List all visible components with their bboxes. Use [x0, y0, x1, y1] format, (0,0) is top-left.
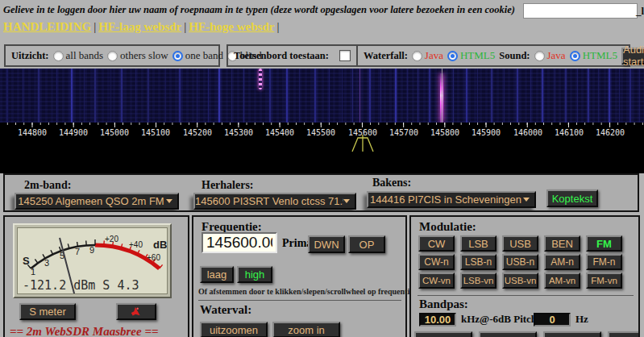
radio-all-bands[interactable]: all bands	[53, 49, 104, 62]
radio-icon-selected[interactable]	[570, 51, 580, 61]
bandpass-width-input[interactable]	[419, 313, 456, 327]
frequency-tick-label: 145800	[427, 128, 463, 137]
radio-icon[interactable]	[107, 51, 118, 61]
radio-icon[interactable]	[534, 51, 545, 61]
frequency-tick-label: 145400	[262, 128, 297, 137]
high-button[interactable]: high	[237, 266, 272, 283]
radio-sound-html5[interactable]: HTML5	[570, 49, 617, 62]
chevron-down-icon	[166, 199, 172, 203]
mode-ben-button[interactable]: BEN	[544, 235, 580, 252]
mode-usb-button[interactable]: USB	[502, 235, 538, 252]
radio-icon-selected[interactable]	[447, 51, 458, 61]
waterfall-streak	[504, 69, 505, 123]
divider	[418, 295, 634, 296]
mode-fm-vn-button[interactable]: FM-vn	[586, 273, 622, 289]
cutoff-button-2[interactable]	[479, 331, 537, 337]
radio-icon[interactable]	[412, 51, 422, 61]
waterfall-streak	[218, 69, 220, 123]
cutoff-button-4[interactable]	[608, 331, 640, 337]
mode-usb-n-button[interactable]: USB-n	[502, 254, 538, 270]
frequency-input[interactable]	[202, 232, 277, 253]
waterfall-streak	[466, 69, 467, 123]
frequency-tick-label: 145200	[180, 128, 215, 137]
mode-fm-n-button[interactable]: FM-n	[586, 254, 622, 270]
waterfall-streak	[359, 69, 360, 123]
waterfall-streak	[110, 69, 111, 123]
waterfall-streak	[231, 69, 232, 123]
radio-one-band[interactable]: one band	[172, 49, 223, 62]
waterfall-streak	[329, 69, 330, 123]
mode-fm-button[interactable]: FM	[586, 235, 622, 252]
waterfall-streak	[542, 69, 543, 123]
waterfall-streak	[530, 69, 531, 123]
laag-button[interactable]: laag	[200, 266, 234, 283]
mode-lsb-vn-button[interactable]: LSB-vn	[460, 273, 497, 289]
bandpass-pitch-input[interactable]	[534, 313, 571, 327]
beacons-value: 144416 PI7CIS in Scheveningen	[368, 193, 523, 206]
link-hf-laag-websdr[interactable]: HF-laag websdr	[98, 20, 181, 33]
waterfall-streak	[395, 69, 397, 123]
waterfall-streak	[565, 69, 567, 123]
waterfall-streak	[588, 69, 589, 123]
radio-icon-selected[interactable]	[172, 51, 183, 61]
link-separator: |	[274, 20, 281, 33]
zoom-out-button[interactable]: uitzoomen	[200, 322, 268, 337]
cutoff-button-1[interactable]	[414, 331, 472, 337]
mode-usb-vn-button[interactable]: USB-vn	[502, 273, 538, 289]
frequency-scale[interactable]: 1448001449001450001451001452001453001454…	[0, 123, 644, 173]
band-2m-label: 2m-band:	[24, 179, 71, 192]
link-handleiding[interactable]: HANDLEIDING	[3, 20, 91, 33]
waterfall-mode-label: Waterfall:	[364, 50, 408, 62]
radio-label: Java	[547, 49, 566, 62]
waterfall-streak	[147, 69, 149, 123]
station-name: == 2m WebSDR Maasbree ==	[10, 325, 158, 337]
repeaters-select[interactable]: 145600 PI3SRT Venlo ctcss 71.9	[193, 193, 356, 210]
waterfall-streak	[23, 69, 23, 123]
waterfall-streak	[243, 69, 244, 123]
waterfall-streak	[179, 69, 181, 123]
scale-label-7: 7	[75, 247, 80, 256]
band-2m-select[interactable]: 145250 Algemeen QSO 2m FM	[15, 193, 179, 210]
mode-am-vn-button[interactable]: AM-vn	[544, 273, 580, 289]
mode-cw-n-button[interactable]: CW-n	[418, 254, 455, 270]
zoom-in-button[interactable]: zoom in	[272, 322, 340, 337]
waterfall-streak	[517, 69, 518, 123]
mode-cw-vn-button[interactable]: CW-vn	[418, 273, 455, 289]
radio-waterfall-html5[interactable]: HTML5	[447, 49, 495, 62]
mode-lsb-button[interactable]: LSB	[460, 235, 497, 252]
mode-am-n-button[interactable]: AM-n	[544, 254, 580, 270]
link-hf-hoge-websdr[interactable]: HF-hoge websdr	[189, 20, 274, 33]
bandpass-width-label: kHz@-6dB Pitch:	[461, 313, 540, 326]
waterfall-streak	[94, 69, 96, 123]
mute-button[interactable]	[116, 303, 156, 320]
waterfall-streak	[577, 69, 578, 123]
koptekst-button[interactable]: Koptekst	[546, 189, 598, 207]
scale-label-db: dB	[153, 239, 167, 251]
beacons-select[interactable]: 144416 PI7CIS in Scheveningen	[367, 191, 536, 208]
radio-icon[interactable]	[53, 51, 64, 61]
beacons-label: Bakens:	[372, 177, 411, 189]
view-label: Uitzicht:	[11, 50, 49, 62]
frequency-down-button[interactable]: DWN	[308, 235, 345, 253]
frequency-up-button[interactable]: OP	[348, 235, 385, 253]
radio-waterfall-java[interactable]: Java	[412, 49, 443, 62]
audio-start-button[interactable]: Audio start	[621, 48, 644, 64]
waterfall-streak	[165, 69, 166, 123]
cutoff-button-3[interactable]	[543, 331, 601, 337]
tuning-hint: Of afstemmen door te klikken/slepen/scro…	[198, 287, 437, 296]
waterfall-sound-group: Waterfall: Java HTML5 Sound: Java HTML5 …	[356, 44, 630, 67]
red-speaker-icon	[128, 304, 145, 320]
login-input[interactable]	[523, 3, 638, 19]
radio-sound-java[interactable]: Java	[534, 49, 566, 62]
mode-lsb-n-button[interactable]: LSB-n	[460, 254, 497, 270]
waterfall-streak	[491, 69, 492, 123]
radio-others-slow[interactable]: others slow	[107, 49, 168, 62]
smeter-reading: -121.2 dBm S 4.3	[23, 278, 139, 293]
smeter-button[interactable]: S meter	[19, 303, 76, 320]
link-separator: |	[91, 20, 98, 33]
waterfall-display[interactable]	[0, 69, 644, 123]
passband-marker	[351, 134, 374, 153]
mode-cw-button[interactable]: CW	[418, 235, 455, 252]
scale-label-3: 3	[44, 258, 49, 268]
keyboard-checkbox[interactable]	[339, 50, 351, 61]
